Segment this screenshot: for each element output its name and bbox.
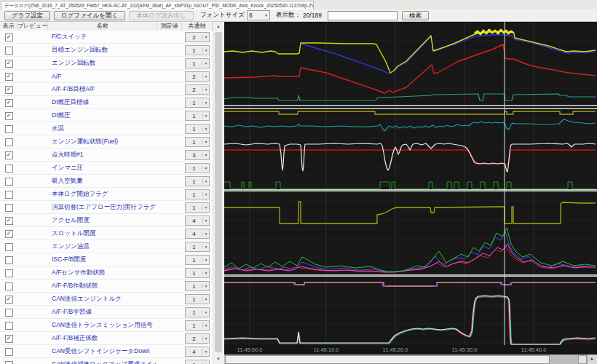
series-name[interactable]: 演算切替(エアフロー圧力)実行フラグ <box>48 203 157 212</box>
series-name[interactable]: F/Cスイッチ <box>48 33 157 41</box>
table-row[interactable]: CAN受信シフトインジケータDown4▼ <box>0 345 213 358</box>
series-name[interactable]: A/F <box>48 73 157 80</box>
scroll-right-icon[interactable]: ► <box>587 355 597 364</box>
visibility-checkbox[interactable] <box>5 348 13 356</box>
axis-select[interactable]: 3▼ <box>185 150 210 160</box>
axis-select[interactable]: 4▼ <box>185 229 210 239</box>
series-name[interactable]: 点火時期#1 <box>48 151 157 159</box>
graph-canvas[interactable] <box>224 22 597 345</box>
visibility-checkbox[interactable] <box>5 269 13 277</box>
table-row[interactable]: ✓A/F-F/B目標A/F2▼ <box>0 83 213 96</box>
series-name[interactable]: インマニ圧 <box>48 164 157 173</box>
table-row[interactable]: エンジン油温1▼ <box>0 240 213 253</box>
axis-select[interactable]: 1▼ <box>185 281 210 291</box>
axis-select[interactable]: 2▼ <box>185 333 210 344</box>
table-row[interactable]: インマニ圧1▼ <box>0 162 213 175</box>
table-row[interactable]: ✓CAN送信エンジントルク1▼ <box>0 293 213 306</box>
series-name[interactable]: エンジン油温 <box>48 242 157 251</box>
series-name[interactable]: CAN送信トランスミッション用信号 <box>48 321 157 330</box>
scroll-up-icon[interactable]: ▲ <box>213 22 224 31</box>
axis-select[interactable]: 1▼ <box>185 163 210 173</box>
header-axis[interactable]: 共通軸 <box>182 22 213 31</box>
scroll-down-icon[interactable]: ▼ <box>213 355 224 364</box>
axis-select[interactable]: 1▼ <box>185 137 210 147</box>
series-name[interactable]: DI燃圧 <box>48 111 157 120</box>
series-name[interactable]: A/F-F/B補正係数 <box>48 334 157 343</box>
series-name[interactable]: スロットル開度 <box>48 229 157 238</box>
table-row[interactable]: A/F-F/B学習値1▼ <box>0 306 213 319</box>
visibility-checkbox[interactable] <box>5 138 13 146</box>
header-value[interactable]: 測定値 <box>157 22 182 31</box>
header-preview[interactable]: プレビュー <box>17 22 48 31</box>
axis-select[interactable]: 2▼ <box>185 32 210 42</box>
header-name[interactable]: 名前 <box>48 22 157 31</box>
header-show[interactable]: 表示 <box>0 22 17 31</box>
visibility-checkbox[interactable] <box>5 191 13 199</box>
visibility-checkbox[interactable] <box>5 165 13 173</box>
visibility-checkbox[interactable]: ✓ <box>5 296 13 304</box>
table-row[interactable]: 目標エンジン回転数1▼ <box>0 44 213 57</box>
axis-select[interactable]: 2▼ <box>185 84 210 95</box>
axis-select[interactable]: 1▼ <box>185 255 210 265</box>
axis-select[interactable]: 1▼ <box>185 45 210 55</box>
visibility-checkbox[interactable]: ✓ <box>5 335 13 343</box>
table-row[interactable]: ✓DI燃圧1▼ <box>0 109 213 122</box>
visibility-checkbox[interactable]: ✓ <box>5 99 13 107</box>
visibility-checkbox[interactable]: ✓ <box>5 151 13 159</box>
axis-select[interactable]: 4▼ <box>185 347 210 357</box>
axis-select[interactable]: 1▼ <box>185 307 210 317</box>
visibility-checkbox[interactable]: ✓ <box>5 86 13 94</box>
axis-select[interactable]: 1▼ <box>185 242 210 252</box>
visibility-checkbox[interactable] <box>5 282 13 290</box>
font-size-select[interactable]: 6 ▼ <box>247 10 270 20</box>
visibility-checkbox[interactable]: ✓ <box>5 60 13 68</box>
axis-select[interactable]: 1▼ <box>185 320 210 331</box>
series-name[interactable]: A/F-F/B目標A/F <box>48 85 157 94</box>
visibility-checkbox[interactable] <box>5 256 13 264</box>
visibility-checkbox[interactable]: ✓ <box>5 230 13 238</box>
graph-settings-button[interactable]: グラフ設定 <box>4 11 50 20</box>
table-row[interactable]: エンジン運転状態(Fuel)1▼ <box>0 135 213 149</box>
axis-select[interactable]: 1▼ <box>185 111 210 121</box>
axis-select[interactable]: 1▼ <box>185 294 210 304</box>
table-row[interactable]: 本体ログ開始フラグ1▼ <box>0 188 213 201</box>
series-name[interactable]: 目標エンジン回転数 <box>48 46 157 55</box>
series-name[interactable]: 水温 <box>48 124 157 133</box>
table-row[interactable]: ✓DI燃圧目標値1▼ <box>0 96 213 109</box>
series-name[interactable]: DI燃圧目標値 <box>48 98 157 107</box>
series-name[interactable]: CAN送信エンジントルク <box>48 295 157 304</box>
table-row[interactable]: ✓F/Cスイッチ2▼ <box>0 31 213 44</box>
graph-horizontal-scrollbar[interactable]: ► <box>224 355 597 364</box>
visibility-checkbox[interactable] <box>5 243 13 251</box>
visibility-checkbox[interactable]: ✓ <box>5 112 13 120</box>
series-name[interactable]: CAN送信減速ロックアップ要求スイッチ <box>48 360 157 364</box>
axis-select[interactable]: 1▼ <box>185 268 210 278</box>
table-row[interactable]: CAN送信減速ロックアップ要求スイッチ1▼ <box>0 358 213 364</box>
visibility-checkbox[interactable] <box>5 125 13 133</box>
series-name[interactable]: エンジン運転状態(Fuel) <box>48 138 157 146</box>
visibility-checkbox[interactable]: ✓ <box>5 217 13 225</box>
table-row[interactable]: A/F-F/B作動状態1▼ <box>0 280 213 293</box>
series-name[interactable]: A/F-F/B作動状態 <box>48 282 157 290</box>
scroll-end-box[interactable] <box>578 355 587 364</box>
visibility-checkbox[interactable] <box>5 322 13 330</box>
search-input[interactable] <box>328 11 398 20</box>
table-row[interactable]: ISC-F/B開度1▼ <box>0 253 213 266</box>
axis-select[interactable]: 4▼ <box>185 215 210 226</box>
visibility-checkbox[interactable] <box>5 361 13 364</box>
vertical-scroll-thumb[interactable] <box>215 32 222 352</box>
series-name[interactable]: アクセル開度 <box>48 216 157 225</box>
axis-select[interactable]: 1▼ <box>185 58 210 68</box>
table-row[interactable]: ✓エンジン回転数1▼ <box>0 57 213 70</box>
visibility-checkbox[interactable]: ✓ <box>5 33 13 41</box>
series-name[interactable]: ISC-F/B開度 <box>48 256 157 264</box>
horizontal-scroll-thumb[interactable] <box>225 355 550 364</box>
table-row[interactable]: 水温1▼ <box>0 122 213 135</box>
table-row[interactable]: ✓A/F2▼ <box>0 70 213 83</box>
axis-select[interactable]: 1▼ <box>185 360 210 364</box>
series-name[interactable]: A/Fセンサ作動状態 <box>48 269 157 277</box>
series-name[interactable]: 吸入空気量 <box>48 177 157 186</box>
search-button[interactable]: 検索 <box>402 11 429 20</box>
table-row[interactable]: ✓A/F-F/B補正係数2▼ <box>0 332 213 345</box>
visibility-checkbox[interactable]: ✓ <box>5 73 13 81</box>
